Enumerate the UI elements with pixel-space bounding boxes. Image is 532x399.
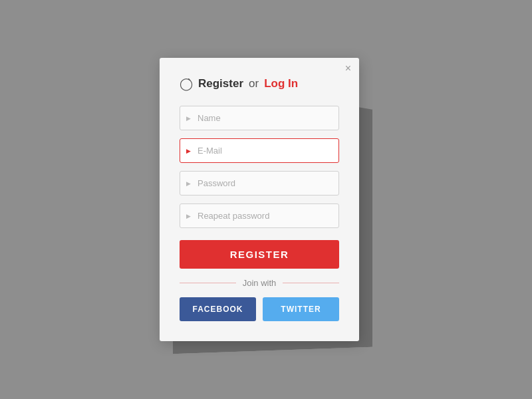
modal-wrapper: × ◯̀ Register or Log In ▶ ▶ ▶ ▶ REGISTER…	[160, 58, 372, 341]
register-label: Register	[198, 77, 243, 90]
or-label: or	[249, 77, 259, 90]
user-icon: ◯̀	[180, 76, 193, 91]
password-field-group: ▶	[180, 171, 339, 196]
name-field-group: ▶	[180, 106, 339, 130]
register-modal: × ◯̀ Register or Log In ▶ ▶ ▶ ▶ REGISTER…	[160, 58, 359, 341]
register-button[interactable]: REGISTER	[180, 240, 339, 269]
name-input[interactable]	[180, 106, 339, 130]
join-line-right	[283, 283, 339, 284]
join-with-label: Join with	[243, 278, 277, 288]
join-line-left	[180, 283, 236, 284]
modal-title: ◯̀ Register or Log In	[180, 76, 339, 91]
facebook-button[interactable]: FACEBOOK	[180, 297, 256, 321]
login-link[interactable]: Log In	[264, 77, 298, 90]
join-with-section: Join with	[180, 278, 339, 288]
repeat-password-input[interactable]	[180, 203, 339, 228]
close-button[interactable]: ×	[345, 63, 351, 74]
email-field-group: ▶	[180, 138, 339, 163]
email-input[interactable]	[180, 138, 339, 163]
repeat-password-field-group: ▶	[180, 203, 339, 228]
password-input[interactable]	[180, 171, 339, 196]
social-buttons: FACEBOOK TWITTER	[180, 297, 339, 321]
twitter-button[interactable]: TWITTER	[263, 297, 339, 321]
